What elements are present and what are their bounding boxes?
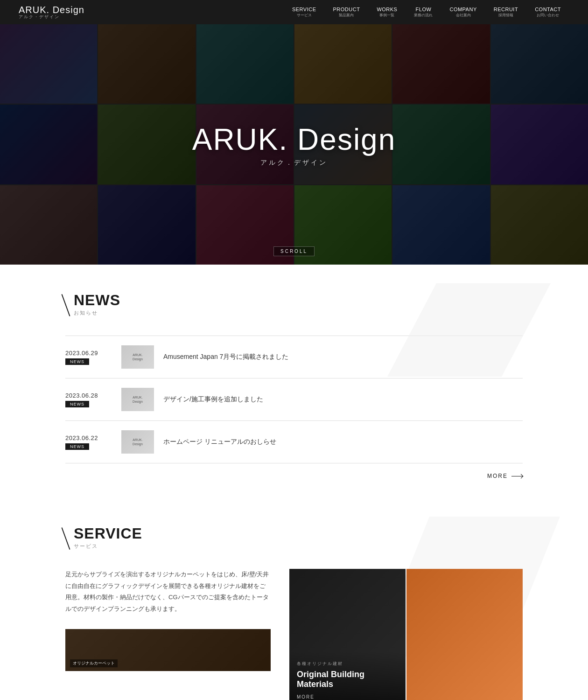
news-list: 2023.06.29 NEWS ARUK.Design Amusement Ja… [65,336,523,463]
nav-label-en: RECRUIT [494,7,518,12]
hero-tile-11 [392,105,490,184]
more-arrow-icon [511,476,523,476]
nav-label-en: COMPANY [449,7,476,12]
news-text-2: ホームページ リニューアルのおしらせ [163,438,523,446]
nav-label-en: CONTACT [535,7,561,12]
news-title-block: NEWS お知らせ [74,293,120,316]
header: ARUK. Design アルク・デザイン SERVICE サービスPRODUC… [0,0,588,24]
service-section: SERVICE サービス 足元からサプライズを演出するオリジナルカーペットをはじ… [0,498,588,700]
news-section-header: NEWS お知らせ [65,293,523,317]
nav-label-en: PRODUCT [333,7,360,12]
news-date-0: 2023.06.29 [65,350,98,357]
hero-tile-12 [491,105,588,184]
news-item-1[interactable]: 2023.06.28 NEWS ARUK.Design デザイン/施工事例を追加… [65,378,523,421]
service-title-en: SERVICE [74,526,142,541]
logo-subtext: アルク・デザイン [19,15,84,20]
news-tag-2: NEWS [65,443,89,450]
news-thumb-1: ARUK.Design [121,388,154,411]
news-date-1: 2023.06.28 [65,392,98,399]
logo-text: ARUK. Design [19,5,84,15]
nav-label-en: FLOW [416,7,432,12]
news-more-label: MORE [487,473,508,479]
news-date-2: 2023.06.22 [65,434,98,441]
service-thumb-label: オリジナルカーペット [70,659,118,667]
hero-section: ARUK. Design アルク．デザイン SCROLL [0,24,588,265]
hero-tile-1 [0,24,97,104]
nav-label-ja: お問い合わせ [537,13,559,18]
news-date-block-2: 2023.06.22 NEWS [65,434,112,450]
hero-tile-13 [0,185,97,265]
nav-item-company[interactable]: COMPANY 会社案内 [441,7,485,18]
service-card-1[interactable]: 各種オリジナル建材 Original BuildingMaterials MOR… [289,569,406,700]
nav-label-ja: 事例一覧 [379,13,394,18]
hero-tile-8 [98,105,195,184]
news-date-block-1: 2023.06.28 NEWS [65,392,112,407]
nav-item-works[interactable]: WORKS 事例一覧 [368,7,406,18]
news-text-1: デザイン/施工事例を追加しました [163,395,523,404]
main-nav: SERVICE サービスPRODUCT 製品案内WORKS 事例一覧FLOW 業… [284,7,569,18]
section-accent [62,294,70,316]
news-title-en: NEWS [74,293,120,308]
nav-label-ja: 採用情報 [498,13,513,18]
hero-title-block: ARUK. Design アルク．デザイン [192,122,396,167]
nav-item-service[interactable]: SERVICE サービス [284,7,325,18]
service-card-1-more: MORE [297,694,398,700]
news-thumb-0: ARUK.Design [121,345,154,369]
service-title-block: SERVICE サービス [74,526,142,550]
news-text-0: Amusement Japan 7月号に掲載されました [163,353,523,361]
news-title-ja: お知らせ [74,309,120,316]
service-card-1-title: Original BuildingMaterials [297,670,398,690]
nav-label-en: SERVICE [292,7,316,12]
hero-tile-17 [392,185,490,265]
news-tag-1: NEWS [65,401,89,407]
news-section: NEWS お知らせ 2023.06.29 NEWS ARUK.Design Am… [0,265,588,498]
hero-tile-6 [491,24,588,104]
service-card-1-tag: 各種オリジナル建材 [297,661,398,667]
news-more-wrap: MORE [65,473,523,479]
news-thumb-2: ARUK.Design [121,430,154,454]
hero-tile-2 [98,24,195,104]
service-cards: 各種オリジナル建材 Original BuildingMaterials MOR… [289,569,523,700]
service-accent [62,527,70,550]
hero-title: ARUK. Design [192,122,396,157]
hero-tile-18 [491,185,588,265]
nav-label-en: WORKS [377,7,397,12]
hero-tile-4 [294,24,392,104]
hero-tile-5 [392,24,490,104]
news-thumb-logo-0: ARUK.Design [133,353,143,361]
scroll-label: SCROLL [273,246,315,256]
hero-tile-7 [0,105,97,184]
service-card-1-overlay: 各種オリジナル建材 Original BuildingMaterials MOR… [289,651,406,700]
news-thumb-logo-1: ARUK.Design [133,395,143,404]
service-section-header: SERVICE サービス [65,526,523,550]
news-tag-0: NEWS [65,358,89,365]
service-content: 足元からサプライズを演出するオリジナルカーペットをはじめ、床/壁/天井に自由自在… [65,569,523,700]
nav-label-ja: 会社案内 [456,13,471,18]
nav-label-ja: 業務の流れ [414,13,433,18]
news-date-block-0: 2023.06.29 NEWS [65,350,112,365]
hero-tile-14 [98,185,195,265]
nav-item-product[interactable]: PRODUCT 製品案内 [324,7,368,18]
service-description: 足元からサプライズを演出するオリジナルカーペットをはじめ、床/壁/天井に自由自在… [65,569,271,615]
nav-label-ja: サービス [297,13,312,18]
nav-label-ja: 製品案内 [339,13,354,18]
hero-subtitle: アルク．デザイン [192,159,396,167]
service-text-col: 足元からサプライズを演出するオリジナルカーペットをはじめ、床/壁/天井に自由自在… [65,569,271,671]
service-thumb-carpet[interactable]: オリジナルカーペット [65,629,271,671]
nav-item-recruit[interactable]: RECRUIT 採用情報 [485,7,526,18]
news-item-0[interactable]: 2023.06.29 NEWS ARUK.Design Amusement Ja… [65,336,523,378]
news-thumb-logo-2: ARUK.Design [133,438,143,446]
service-title-ja: サービス [74,543,142,550]
nav-item-flow[interactable]: FLOW 業務の流れ [406,7,441,18]
nav-item-contact[interactable]: CONTACT お問い合わせ [526,7,569,18]
logo[interactable]: ARUK. Design アルク・デザイン [19,5,84,20]
service-card-col: 各種オリジナル建材 Original BuildingMaterials MOR… [289,569,523,700]
hero-tile-3 [196,24,294,104]
news-more-link[interactable]: MORE [487,473,523,479]
service-card-2[interactable] [406,569,523,700]
service-thumb-row: オリジナルカーペット [65,629,271,671]
news-item-2[interactable]: 2023.06.22 NEWS ARUK.Design ホームページ リニューア… [65,421,523,463]
